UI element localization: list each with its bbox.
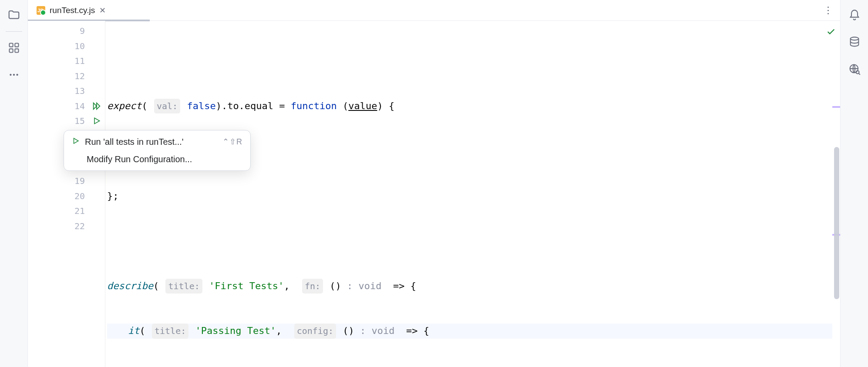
tab-kebab-icon[interactable]: ⋯	[823, 6, 834, 15]
inlay-hint: fn:	[302, 279, 323, 294]
token: function	[291, 99, 337, 114]
token: ()	[330, 279, 341, 294]
code-line	[107, 53, 832, 69]
notifications-tool-icon[interactable]	[847, 8, 862, 23]
run-context-menu: Run 'all tests in runTest...' ⌃⇧R Modify…	[64, 130, 251, 171]
scrollbar-thumb[interactable]	[834, 147, 839, 299]
menu-item-modify-config[interactable]: Modify Run Configuration...	[64, 150, 250, 168]
gutter-row: 21	[28, 204, 105, 219]
inlay-hint: : void	[354, 324, 400, 339]
code-line	[107, 234, 832, 249]
token: => {	[387, 279, 416, 294]
inlay-hint: : void	[341, 279, 387, 294]
token: ) {	[377, 99, 395, 114]
gutter-row: 10	[28, 39, 105, 54]
database-tool-icon[interactable]	[847, 35, 862, 50]
token: 'First Tests'	[209, 279, 284, 294]
code-editor[interactable]: 9 10 11 12 13 14 15 16 17 18	[28, 21, 840, 367]
token: ()	[343, 324, 354, 339]
tab-filename: runTest.cy.js	[50, 6, 95, 15]
line-number: 12	[74, 69, 85, 84]
play-double-icon	[92, 101, 101, 111]
editor-gutter: 9 10 11 12 13 14 15 16 17 18	[28, 21, 105, 367]
svg-point-4	[10, 74, 11, 76]
run-test-gutter-icon[interactable]	[92, 116, 101, 126]
line-number: 13	[74, 83, 85, 99]
menu-item-label: Run 'all tests in runTest...'	[85, 137, 184, 147]
svg-rect-0	[9, 43, 13, 47]
svg-point-7	[850, 37, 858, 40]
gutter-marker[interactable]	[832, 106, 840, 108]
line-number: 22	[74, 219, 85, 234]
menu-item-label: Modify Run Configuration...	[87, 154, 192, 164]
js-file-icon: JS	[37, 6, 45, 15]
file-badge-text: JS	[37, 8, 43, 13]
inlay-hint: title:	[165, 279, 202, 294]
line-number: 15	[74, 113, 85, 129]
gutter-row: 13	[28, 83, 105, 99]
more-tool-icon[interactable]	[7, 67, 21, 82]
code-line-selected: it( title: 'Passing Test', config: () : …	[107, 324, 832, 339]
svg-point-5	[13, 74, 14, 76]
gutter-row: 19	[28, 173, 105, 189]
folder-icon	[7, 9, 20, 22]
right-tool-rail	[840, 0, 868, 367]
editor-main: JS runTest.cy.js ✕ ⋯ 9 10 11 12 13 14 15	[28, 0, 840, 367]
structure-tool-icon[interactable]	[7, 40, 21, 55]
gutter-row: 15	[28, 113, 105, 129]
gutter-row: 12	[28, 69, 105, 84]
editor-tab[interactable]: JS runTest.cy.js ✕	[28, 0, 113, 20]
gutter-row: 11	[28, 53, 105, 69]
analysis-ok-icon[interactable]	[826, 26, 836, 41]
code-line: describe( title: 'First Tests', fn: () :…	[107, 279, 832, 294]
line-number: 20	[74, 189, 85, 204]
line-number: 14	[74, 99, 85, 114]
play-icon	[92, 117, 101, 125]
token: it	[128, 324, 140, 339]
svg-rect-2	[9, 49, 13, 52]
code-line: };	[107, 189, 832, 204]
token: };	[107, 189, 119, 204]
token: expect	[107, 99, 141, 114]
token: ).to.equal =	[216, 99, 291, 114]
token: 'Passing Test'	[195, 324, 276, 339]
line-number: 21	[74, 204, 85, 219]
gutter-row: 9	[28, 23, 105, 39]
close-tab-icon[interactable]: ✕	[99, 6, 106, 15]
menu-item-shortcut: ⌃⇧R	[222, 137, 242, 147]
rail-separator	[6, 31, 22, 32]
editor-status-strip	[832, 21, 840, 367]
token: false	[187, 99, 215, 114]
check-icon	[826, 27, 836, 37]
inlay-hint: val:	[154, 99, 180, 114]
svg-point-6	[16, 74, 18, 76]
structure-icon	[8, 42, 20, 54]
editor-tab-bar: JS runTest.cy.js ✕ ⋯	[28, 0, 840, 21]
token: => {	[400, 324, 429, 339]
database-icon	[848, 36, 861, 48]
line-number: 10	[74, 39, 85, 54]
menu-item-run-tests[interactable]: Run 'all tests in runTest...' ⌃⇧R	[64, 133, 250, 150]
line-number: 19	[74, 173, 85, 189]
web-tool-icon[interactable]	[847, 62, 862, 77]
run-all-gutter-icon[interactable]	[92, 101, 101, 111]
left-tool-rail	[0, 0, 28, 367]
inlay-hint: config:	[294, 324, 336, 339]
gutter-row: 14	[28, 99, 105, 114]
project-tool-icon[interactable]	[7, 8, 21, 23]
more-icon	[8, 69, 20, 80]
inlay-hint: title:	[152, 324, 188, 339]
globe-search-icon	[848, 63, 861, 75]
svg-rect-3	[15, 49, 18, 52]
play-icon	[72, 137, 80, 147]
svg-rect-1	[15, 43, 18, 47]
bell-icon	[848, 9, 861, 21]
code-line: expect( val: false).to.equal = function …	[107, 99, 832, 114]
tab-actions: ⋯	[824, 0, 840, 20]
line-number: 11	[74, 53, 85, 69]
gutter-row: 22	[28, 219, 105, 234]
code-content[interactable]: expect( val: false).to.equal = function …	[105, 21, 832, 367]
token: describe	[107, 279, 153, 294]
token: value	[348, 99, 377, 114]
gutter-row: 20	[28, 189, 105, 204]
